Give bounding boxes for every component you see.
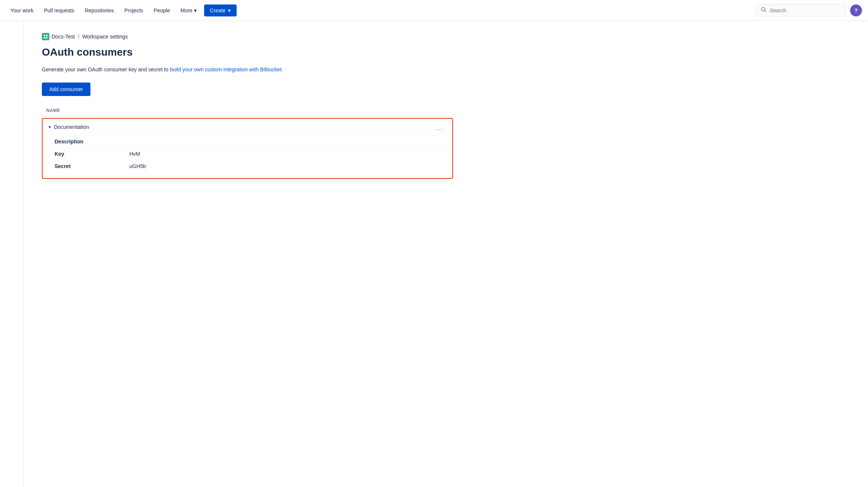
consumers-table: Name Documentation Description <box>42 105 453 179</box>
nav-item-projects[interactable]: Projects <box>120 4 148 16</box>
search-box[interactable] <box>756 4 846 16</box>
main-content: Docs-Test / Workspace settings OAuth con… <box>24 21 473 487</box>
svg-rect-4 <box>46 37 47 38</box>
nav-item-people[interactable]: People <box>149 4 175 16</box>
secret-label: Secret <box>55 163 129 169</box>
consumer-row: Documentation Description Key HvM <box>42 118 453 179</box>
search-icon <box>761 7 767 14</box>
detail-secret-row: Secret uGH5b <box>55 160 446 172</box>
dropdown-arrow-icon: ▾ <box>228 7 231 13</box>
navbar: Your work Pull requests Repositories Pro… <box>0 0 868 21</box>
breadcrumb-separator: / <box>78 34 79 40</box>
consumer-details: Description Key HvM Secret uGH5b <box>43 135 452 178</box>
sidebar <box>0 21 24 487</box>
page-title: OAuth consumers <box>42 46 455 58</box>
breadcrumb-current-page: Workspace settings <box>82 34 128 40</box>
chevron-down-icon: ▾ <box>194 7 197 13</box>
key-label: Key <box>55 151 129 157</box>
description-label: Description <box>55 139 129 145</box>
name-column-header: Name <box>46 108 60 113</box>
create-button[interactable]: Create ▾ <box>204 4 237 16</box>
table-header-row: Name <box>42 105 453 117</box>
detail-key-row: Key HvM <box>55 148 446 160</box>
nav-item-pull-requests[interactable]: Pull requests <box>40 4 79 16</box>
breadcrumb-workspace-link[interactable]: Docs-Test <box>42 33 75 40</box>
svg-rect-3 <box>44 37 45 38</box>
add-consumer-button[interactable]: Add consumer <box>42 83 90 96</box>
nav-right: ? <box>756 4 862 16</box>
help-button[interactable]: ? <box>850 4 862 16</box>
nav-item-repositories[interactable]: Repositories <box>80 4 118 16</box>
search-input[interactable] <box>770 7 841 13</box>
nav-links: Your work Pull requests Repositories Pro… <box>6 4 756 16</box>
more-menu-button[interactable]: ··· <box>433 124 446 135</box>
consumer-card: Documentation Description Key HvM <box>42 118 453 179</box>
breadcrumb: Docs-Test / Workspace settings <box>42 33 455 40</box>
description-link[interactable]: build your own custom integration with B… <box>170 66 281 72</box>
secret-value: uGH5b <box>129 163 146 169</box>
detail-description-row: Description <box>55 135 446 148</box>
description-text: Generate your own OAuth consumer key and… <box>42 66 455 74</box>
workspace-icon <box>42 33 49 40</box>
nav-item-your-work[interactable]: Your work <box>6 4 38 16</box>
consumer-name: Documentation <box>54 124 89 130</box>
svg-rect-1 <box>44 35 45 36</box>
svg-rect-0 <box>43 34 48 39</box>
svg-rect-2 <box>46 35 47 36</box>
nav-item-more[interactable]: More ▾ <box>176 4 201 16</box>
layout: Docs-Test / Workspace settings OAuth con… <box>0 21 868 487</box>
key-value: HvM <box>129 151 140 157</box>
chevron-expand-icon <box>49 124 51 130</box>
consumer-row-header[interactable]: Documentation <box>43 119 452 135</box>
